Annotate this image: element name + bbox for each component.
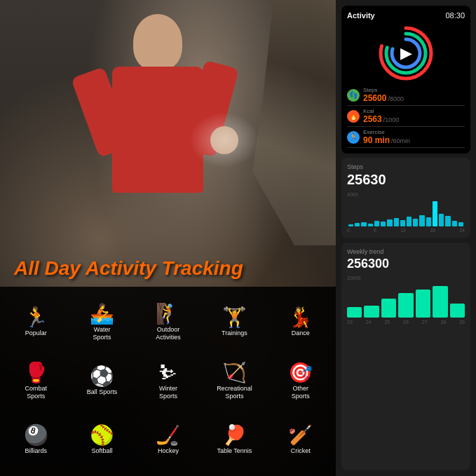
weekly-label-24: 24 [366,320,372,325]
bar-16 [445,216,450,226]
steps-bar-chart [347,198,465,226]
weekly-label-29: 29 [459,320,465,325]
chart-label-6: 6 [374,228,376,233]
steps-secondary: /8000 [388,95,404,102]
sport-outdoor: 🧗 OutdoorActivities [136,294,200,351]
bar-3 [361,222,366,226]
sport-recreational: 🏹 RecreationalSports [202,353,266,410]
outdoor-label: OutdoorActivities [156,326,181,341]
water-label: WaterSports [93,326,111,341]
combat-icon: 🥊 [24,363,48,383]
bar-1 [348,224,353,226]
chart-label-18: 18 [430,228,435,233]
weekly-bar-29 [450,304,465,318]
exercise-text: Exercise 90 min /60min [363,129,410,145]
sport-cricket: 🏏 Cricket [268,412,333,469]
bar-15 [439,214,444,226]
exercise-icon: 🏃 [347,131,360,144]
chart-label-24: 24 [459,228,465,233]
sports-grid: 🏃 Popular 🚣 WaterSports 🧗 OutdoorActivit… [0,287,336,476]
steps-chart-labels: 0 6 12 18 24 [347,228,465,233]
weekly-bar-28 [433,286,447,318]
bar-18 [458,222,463,226]
hockey-label: Hockey [158,447,179,455]
weekly-bar-25 [381,299,396,318]
sport-winter: ⛷ WinterSports [136,353,200,410]
sport-hockey: 🏒 Hockey [136,412,200,469]
weekly-bar-27 [416,290,430,318]
cricket-icon: 🏏 [288,426,313,445]
watch-screen: Activity 08:30 ▶ 👣 Steps [341,6,470,154]
water-icon: 🚣 [90,304,114,324]
outdoor-icon: 🧗 [156,304,180,324]
winter-icon: ⛷ [158,363,178,383]
chart-label-12: 12 [400,228,406,233]
billiards-label: Billiards [25,447,47,455]
bar-10 [407,217,412,226]
steps-text: Steps 25600 /8000 [363,87,404,103]
cricket-label: Cricket [291,447,311,455]
kcal-text: Kcal 2563 /1000 [363,108,399,124]
steps-value-row: 25600 /8000 [363,93,404,103]
bar-5 [374,221,379,226]
headline-text: All Day Activity Tracking [14,258,243,280]
softball-label: Softball [92,447,113,455]
photo-section: All Day Activity Tracking 🏃 Popular 🚣 Wa… [0,0,336,476]
chalk-dust [189,112,259,168]
weekly-label-28: 28 [440,320,446,325]
weekly-label-26: 26 [403,320,409,325]
sport-table-tennis: 🏓 Table Tennis [202,412,266,469]
weekly-label: Weekly trend [347,248,465,255]
popular-icon: 🏃 [24,308,48,327]
kcal-label: Kcal [363,108,399,114]
watch-header: Activity 08:30 [347,11,465,20]
weekly-trend-card: Weekly trend 256300 10000 23 24 25 26 27… [341,243,470,470]
person-head [133,14,182,70]
steps-icon: 👣 [347,89,360,102]
bar-6 [381,222,386,226]
steps-chart-card: Steps 25630 4000 0 6 12 18 [341,158,470,238]
stat-kcal-row: 🔥 Kcal 2563 /1000 [347,106,465,127]
kcal-secondary: /1000 [383,116,400,123]
sport-dance: 💃 Dance [268,294,333,351]
weekly-label-25: 25 [384,320,390,325]
weekly-value: 256300 [347,257,465,271]
activity-ring: ▶ [378,25,434,81]
person-figure [56,0,252,294]
stat-exercise-row: 🏃 Exercise 90 min /60min [347,127,465,148]
trainings-icon: 🏋 [222,308,247,327]
bar-9 [400,220,405,226]
ball-icon: ⚽ [90,367,114,386]
exercise-label: Exercise [363,129,410,135]
exercise-value: 90 min [363,135,390,145]
weekly-label-27: 27 [422,320,428,325]
sport-other: 🎯 OtherSports [268,353,333,410]
bar-13 [426,217,431,226]
ball-label: Ball Sports [87,388,118,396]
right-panel: Activity 08:30 ▶ 👣 Steps [336,0,476,476]
sport-ball: ⚽ Ball Sports [69,353,134,410]
other-icon: 🎯 [288,363,313,383]
play-icon: ▶ [400,44,412,62]
bar-17 [452,221,457,226]
hockey-icon: 🏒 [156,426,180,445]
chart-label-0: 0 [347,228,350,233]
watch-time: 08:30 [445,11,465,20]
recreational-label: RecreationalSports [217,385,252,400]
steps-label: Steps [363,87,404,93]
bar-2 [355,223,360,226]
sport-popular: 🏃 Popular [4,294,68,351]
steps-chart-max: 4000 [347,192,465,197]
bar-8 [394,218,399,226]
trainings-label: Trainings [222,329,247,337]
kcal-value: 2563 [363,114,382,124]
sport-water: 🚣 WaterSports [69,294,134,351]
table-tennis-icon: 🏓 [222,426,247,445]
watch-title: Activity [347,11,375,20]
steps-card-value: 25630 [347,172,465,188]
sport-trainings: 🏋 Trainings [202,294,266,351]
weekly-bar-26 [398,293,413,318]
bar-4 [368,224,373,226]
winter-label: WinterSports [159,385,177,400]
weekly-chart-labels: 23 24 25 26 27 28 29 [347,320,465,325]
